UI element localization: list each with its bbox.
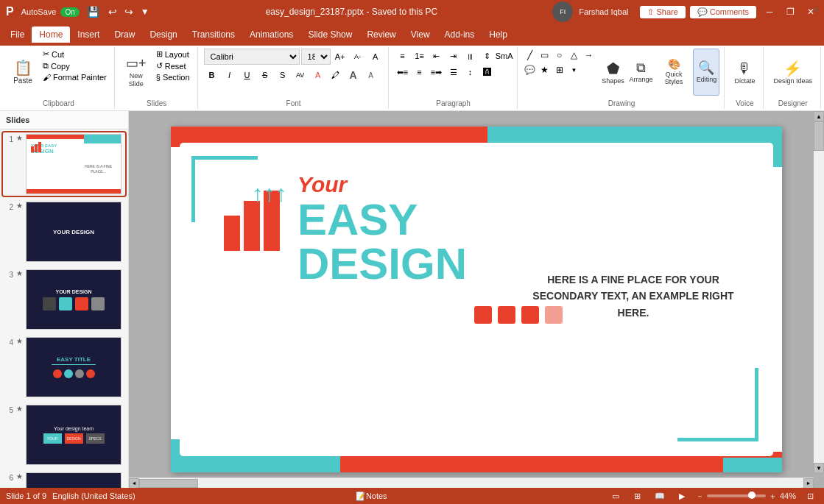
slide-item[interactable]: 4 ★ EASY TITLE (3, 336, 125, 399)
horizontal-scrollbar[interactable]: ◄ ► (129, 478, 814, 488)
reading-view-button[interactable]: 📖 (652, 489, 668, 503)
menu-review[interactable]: Review (359, 26, 403, 43)
menu-addins[interactable]: Add-ins (437, 26, 482, 43)
zoom-in-button[interactable]: ＋ (769, 491, 777, 502)
menu-transitions[interactable]: Transitions (185, 26, 242, 43)
font-format-row: B I U S S AV A 🖍 A A (204, 68, 379, 82)
reset-button[interactable]: ↺ Reset (153, 60, 193, 71)
restore-button[interactable]: ❐ (783, 4, 797, 19)
normal-view-button[interactable]: ▭ (608, 489, 624, 503)
ribbon-expand-button[interactable]: ∧ (809, 3, 821, 15)
bullets-button[interactable]: ≡ (395, 49, 411, 63)
bold-button[interactable]: B (204, 68, 220, 82)
comments-button[interactable]: 💬 Comments (690, 6, 756, 18)
highlight-button[interactable]: 🖍 (328, 68, 344, 82)
font-name-select[interactable]: Calibri (204, 49, 300, 65)
clear-format-button[interactable]: A (367, 49, 384, 64)
dictate-button[interactable]: 🎙 Dictate (730, 49, 758, 96)
autosave-toggle[interactable]: On (60, 7, 79, 17)
shape-rect[interactable]: ▭ (538, 49, 552, 62)
presenter-view-button[interactable]: ▶ (674, 489, 690, 503)
format-painter-button[interactable]: 🖌 Format Painter (40, 72, 110, 82)
decrease-font-button[interactable]: A- (350, 49, 366, 64)
layout-button[interactable]: ⊞ Layout (153, 49, 193, 60)
notes-button[interactable]: 📝 Notes (363, 489, 379, 503)
quick-styles-button[interactable]: 🎨 Quick Styles (656, 49, 692, 96)
shape-arrow[interactable]: → (582, 49, 596, 62)
shape-down-arrow[interactable]: ▼ (568, 63, 581, 77)
decrease-indent-button[interactable]: ⇤ (429, 49, 445, 63)
font-size-select[interactable]: 18 (301, 49, 331, 65)
undo-button[interactable]: ↩ (108, 6, 117, 18)
menu-home[interactable]: Home (32, 26, 70, 43)
menu-slideshow[interactable]: Slide Show (300, 26, 359, 43)
zoom-slider[interactable] (707, 494, 766, 497)
justify-button[interactable]: ☰ (446, 65, 462, 79)
shape-tri[interactable]: △ (568, 49, 581, 62)
save-button[interactable]: 💾 (87, 6, 99, 18)
editing-button[interactable]: 🔍 Editing (693, 49, 719, 96)
font-size-dn2-button[interactable]: A (363, 68, 379, 82)
redo-button[interactable]: ↪ (124, 6, 133, 18)
slide-item[interactable]: 5 ★ Your design team YOUR DESIGN SPECS (3, 403, 125, 466)
menu-design[interactable]: Design (142, 26, 184, 43)
menu-view[interactable]: View (404, 26, 437, 43)
copy-button[interactable]: ⧉ Copy (40, 60, 110, 71)
columns-button[interactable]: ⫼ (462, 49, 479, 63)
scroll-up-button[interactable]: ▲ (814, 111, 824, 121)
customize-button[interactable]: ▼ (141, 7, 149, 17)
menu-file[interactable]: File (3, 26, 32, 43)
scroll-thumb[interactable] (814, 121, 824, 151)
italic-button[interactable]: I (222, 68, 238, 82)
cut-button[interactable]: ✂ Cut (40, 49, 110, 60)
strikethrough-button[interactable]: S (257, 68, 273, 82)
shadow-button[interactable]: S (275, 68, 291, 82)
align-center-button[interactable]: ≡ (412, 65, 428, 79)
shape-oval[interactable]: ○ (553, 49, 566, 62)
canvas-vertical-scrollbar[interactable]: ▲ ▼ (814, 111, 824, 473)
convert-smartart-button[interactable]: SmA (496, 49, 513, 63)
scroll-left-button[interactable]: ◄ (129, 478, 139, 489)
share-button[interactable]: ⇧ Share (640, 6, 685, 18)
text-direction-button[interactable]: ⇕ (479, 49, 496, 63)
shape-callout[interactable]: 💬 (524, 63, 537, 77)
increase-font-button[interactable]: A+ (332, 49, 348, 64)
shadow-text-button[interactable]: 🅰 (479, 65, 496, 79)
format-painter-label: Format Painter (53, 73, 107, 82)
shape-more[interactable]: ⊞ (553, 63, 566, 77)
underline-button[interactable]: U (239, 68, 256, 82)
arrange-button[interactable]: ⧉ Arrange (628, 49, 655, 96)
numbering-button[interactable]: 1≡ (412, 49, 428, 63)
shapes-button[interactable]: ⬟ Shapes (600, 49, 627, 96)
scroll-right-button[interactable]: ► (803, 478, 814, 489)
align-right-button[interactable]: ≡➡ (429, 65, 445, 79)
scroll-down-button[interactable]: ▼ (814, 463, 824, 473)
font-color-button[interactable]: A (310, 68, 326, 82)
menu-animations[interactable]: Animations (242, 26, 300, 43)
user-avatar[interactable]: FI (552, 1, 573, 22)
shape-line[interactable]: ╱ (524, 49, 537, 62)
menu-help[interactable]: Help (482, 26, 515, 43)
minimize-button[interactable]: ─ (762, 4, 777, 19)
slide-item[interactable]: 6 ★ YOUR DESIGN SPECS Detail Detail Deta… (3, 471, 125, 488)
char-spacing-button[interactable]: AV (292, 68, 309, 82)
quick-styles-label: Quick Styles (660, 71, 689, 87)
menu-insert[interactable]: Insert (70, 26, 107, 43)
menu-draw[interactable]: Draw (107, 26, 142, 43)
shape-star[interactable]: ★ (538, 63, 552, 77)
slide-item[interactable]: 3 ★ YOUR DESIGN (3, 268, 125, 331)
new-slide-button[interactable]: ▭+ New Slide (121, 49, 152, 96)
paste-button[interactable]: 📋 Paste (7, 49, 38, 96)
slide-sorter-button[interactable]: ⊞ (630, 489, 646, 503)
section-button[interactable]: § Section (153, 72, 193, 82)
zoom-out-button[interactable]: － (696, 491, 704, 502)
fit-slide-button[interactable]: ⊡ (802, 489, 818, 503)
font-size-up2-button[interactable]: A (345, 68, 362, 82)
line-spacing-button[interactable]: ↕ (462, 65, 479, 79)
increase-indent-button[interactable]: ⇥ (446, 49, 462, 63)
design-ideas-button[interactable]: ⚡ Design Ideas (770, 49, 816, 96)
slide-item[interactable]: 1 ★ YOUR EASY DESIGN HERE (3, 132, 125, 196)
horizontal-scroll-thumb[interactable] (139, 479, 198, 488)
align-left-button[interactable]: ⬅≡ (395, 65, 411, 79)
slide-item[interactable]: 2 ★ YOUR DESIGN (3, 200, 125, 263)
